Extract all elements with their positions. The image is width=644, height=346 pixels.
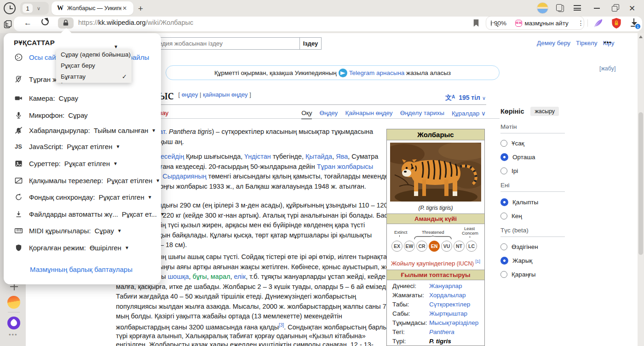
dropdown-option[interactable]: Бұғаттау✓	[56, 71, 132, 82]
browser-tab[interactable]: W Жолбарыс — Уикипеди ✕	[52, 1, 133, 15]
radio-icon[interactable]	[500, 271, 507, 278]
taxonomy-value[interactable]: Жыртқыштар	[429, 310, 467, 317]
permission-row-notifications-off[interactable]: Хабарландырулар:Тыйым салынған▼	[14, 126, 156, 135]
permission-row-sync[interactable]: Фондық синхрондау:Рұқсат етілген▼	[14, 192, 152, 202]
tab-counter-button[interactable]: 1 ∨	[20, 2, 49, 15]
article-link[interactable]: елік	[234, 273, 246, 280]
url-bar[interactable]: https://kk.wikipedia.org/wiki/Жолбарыс	[78, 19, 193, 26]
wiki-more-links-icon[interactable]: •••	[604, 39, 612, 46]
banner-close-link[interactable]: [жабу]	[599, 65, 615, 72]
permission-row-midi[interactable]: MIDI құрылғылары:Сұрау▼	[14, 226, 122, 235]
article-line: мың болды. Қазіргі уақытта жабайы ортада…	[116, 312, 342, 320]
telegram-link[interactable]: Telegram арнасына	[349, 69, 405, 76]
taxonomy-value[interactable]: Мысықтәрізділер	[429, 319, 478, 326]
dropdown-option[interactable]: Рұқсат беру	[56, 60, 132, 71]
article-link[interactable]: бұғы	[193, 273, 207, 280]
wiki-top-link[interactable]: Тіркелу	[576, 40, 598, 46]
menu-icon[interactable]	[574, 5, 581, 11]
yandex-service-icon[interactable]	[7, 296, 20, 309]
close-button[interactable]: ✕	[629, 4, 635, 13]
sidebar-more-icon[interactable]: •••	[9, 331, 18, 338]
more-options-icon[interactable]: ⋮	[578, 19, 584, 27]
tab-close-icon[interactable]: ✕	[122, 5, 127, 12]
profile-avatar[interactable]	[537, 2, 548, 14]
article-link[interactable]: Үндістан	[244, 153, 271, 160]
radio-icon[interactable]	[500, 243, 507, 250]
view-tab-Құралдар ∨[interactable]: Құралдар ∨	[452, 110, 486, 119]
taxonomy-value[interactable]: Сүтқоректілер	[429, 301, 470, 308]
appearance-option-Орташа[interactable]: Орташа	[500, 153, 565, 161]
appearance-hide-button[interactable]: жасыру	[530, 107, 559, 116]
minimize-button[interactable]	[594, 8, 600, 9]
permission-row-images[interactable]: Суреттер:Рұқсат етілген▼	[14, 159, 118, 168]
appearance-option-Қараңғы[interactable]: Қараңғы	[500, 271, 565, 278]
appearance-option-Кең[interactable]: Кең	[500, 213, 565, 219]
alice-assistant-icon[interactable]	[7, 317, 20, 329]
taxonomy-value[interactable]: Panthera	[429, 329, 454, 335]
zoom-level[interactable]: 90%	[494, 20, 506, 27]
wiki-top-link[interactable]: Демеу беру	[537, 40, 570, 46]
iucn-code-LC: LC	[466, 241, 477, 252]
permission-row-shield[interactable]: Қорғалған режим:Өшірілген▼	[14, 243, 129, 252]
dropdown-option[interactable]: Сұрау (әдепкі бойынша)	[56, 49, 132, 60]
editor-feather-icon[interactable]	[593, 18, 604, 29]
permission-row-autodownload[interactable]: Файлдарды автоматты жү...Рұқсат ет...▼	[14, 209, 165, 219]
sync-icon	[14, 192, 23, 202]
article-link[interactable]: Қытайда	[305, 153, 332, 160]
view-tab-Оқу[interactable]: Оқу	[301, 110, 312, 119]
reload-icon[interactable]	[41, 18, 49, 25]
downloads-icon[interactable]: 1	[629, 18, 639, 28]
appearance-option-Ірі[interactable]: Ірі	[500, 167, 565, 174]
appearance-option-Ұсақ[interactable]: Ұсақ	[500, 140, 565, 147]
language-selector[interactable]: 文A 195 тіл ∨	[445, 94, 486, 102]
history-icon[interactable]	[4, 2, 16, 14]
read-aloud-button[interactable]: мазмұнын айту	[524, 20, 568, 27]
restore-button[interactable]	[612, 4, 620, 12]
chevron-down-icon: ▼	[151, 128, 156, 133]
article-link[interactable]: [3]	[279, 323, 284, 328]
article-link[interactable]: шошқа	[168, 273, 189, 280]
status-link-line[interactable]: Жойылу қаупіндегілер (IUCN) [1]	[387, 257, 484, 270]
content-settings-link[interactable]: Мазмұнның барлық баптаулары	[30, 265, 132, 273]
wiki-search-button[interactable]: Іздеу	[299, 37, 322, 50]
wiki-search-input[interactable]	[138, 37, 300, 50]
chevron-down-icon: ▼	[160, 212, 165, 217]
back-icon[interactable]: ←	[24, 18, 32, 28]
sidebar-notes-icon[interactable]	[3, 19, 12, 29]
article-link[interactable]: Ява	[336, 153, 348, 160]
radio-icon[interactable]	[500, 167, 507, 174]
permission-row-microphone[interactable]: Микрофон:Сұрау	[14, 110, 88, 120]
taxonomy-value[interactable]: Жануарлар	[429, 283, 462, 289]
scrollbar-thumb[interactable]	[638, 112, 643, 255]
appearance-option-Өздігінен[interactable]: Өздігінен	[500, 243, 565, 250]
article-link[interactable]: марал	[211, 273, 230, 280]
site-lock-chip[interactable]	[58, 17, 74, 29]
appearance-option-Қалыпты[interactable]: Қалыпты	[500, 198, 565, 206]
permission-row-popup[interactable]: Қалқымалы терезелер:Рұқсат етілген▼	[14, 176, 160, 185]
view-tab-Өңдеу[interactable]: Өңдеу	[319, 110, 338, 119]
location-caret-icon[interactable]: ▼	[114, 44, 118, 49]
scroll-up-icon[interactable]	[639, 35, 643, 38]
title-edit-links[interactable]: [ өңдеу | қайнарын өңдеу ]	[178, 91, 251, 98]
article-link[interactable]: Сырдарияның	[162, 173, 207, 180]
permission-row-camera[interactable]: Камера:Сұрау	[14, 93, 78, 103]
radio-icon[interactable]	[500, 257, 508, 265]
bookmark-icon[interactable]	[473, 19, 479, 27]
zoom-out-icon[interactable]	[491, 20, 492, 26]
view-tab-Қайнарын өңдеу[interactable]: Қайнарын өңдеу	[345, 110, 392, 119]
radio-icon[interactable]	[500, 153, 508, 161]
article-link[interactable]: Тұран жолбарысы	[317, 163, 373, 170]
taxonomy-row: Табы:Сүтқоректілер	[387, 300, 484, 309]
view-tab-Өңделу тарихы[interactable]: Өңделу тарихы	[400, 110, 444, 119]
permission-row-js[interactable]: JSJavaScript:Рұқсат етілген▼	[14, 142, 120, 151]
protect-shield-icon[interactable]	[611, 17, 622, 29]
new-tab-button[interactable]: +	[138, 4, 143, 14]
page-scrollbar[interactable]	[638, 33, 644, 346]
radio-icon[interactable]	[500, 198, 508, 206]
appearance-option-Жарық[interactable]: Жарық	[500, 257, 565, 265]
radio-icon[interactable]	[500, 140, 507, 147]
radio-icon[interactable]	[500, 213, 507, 219]
panels-icon[interactable]	[556, 4, 564, 12]
taxonomy-value[interactable]: Хордалылар	[429, 292, 466, 299]
tiger-image[interactable]	[387, 140, 484, 204]
